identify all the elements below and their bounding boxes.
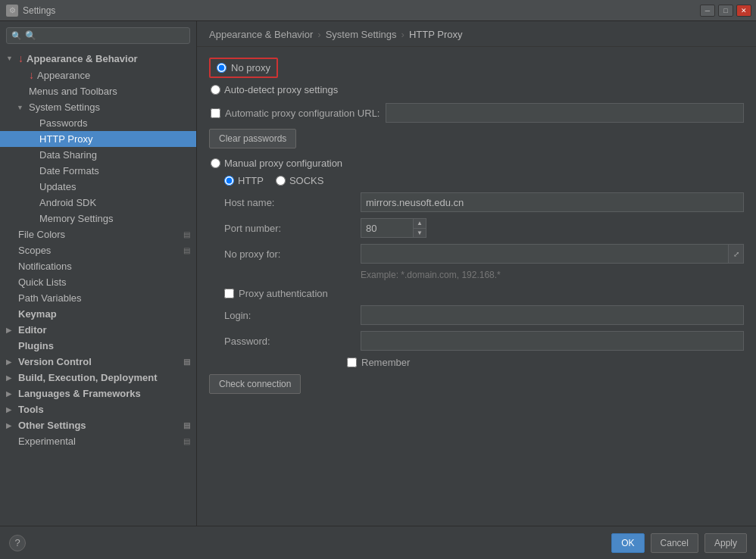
- breadcrumb-part2: System Settings: [326, 29, 397, 40]
- sidebar-item-label: Experimental: [18, 436, 76, 447]
- check-connection-row: Check connection: [209, 374, 744, 394]
- sidebar-item-path-variables[interactable]: Path Variables: [0, 290, 196, 306]
- sidebar-item-android-sdk[interactable]: Android SDK: [0, 195, 196, 211]
- port-up-button[interactable]: ▲: [414, 219, 426, 228]
- protocol-section: HTTP SOCKS Host name: Port: [209, 175, 744, 368]
- sidebar-item-label: Notifications: [18, 261, 72, 272]
- example-text: Example: *.domain.com, 192.168.*: [361, 270, 744, 280]
- port-down-button[interactable]: ▼: [414, 228, 426, 238]
- sidebar-item-label: Data Sharing: [39, 149, 97, 161]
- window-icon: ⚙: [6, 5, 18, 17]
- no-proxy-label[interactable]: No proxy: [231, 62, 270, 73]
- sidebar-item-label: Path Variables: [18, 292, 82, 304]
- sidebar-item-date-formats[interactable]: Date Formats: [0, 163, 196, 179]
- bottom-bar: ? OK Cancel Apply: [0, 526, 756, 559]
- help-button[interactable]: ?: [9, 535, 26, 551]
- sidebar-item-editor[interactable]: ▶ Editor: [0, 322, 196, 338]
- sidebar: 🔍 ▼ ↓ Appearance & Behavior ↓ Appearance: [0, 21, 197, 526]
- search-input[interactable]: [25, 30, 185, 41]
- sidebar-item-system-settings[interactable]: ▼ System Settings: [0, 99, 196, 115]
- breadcrumb-sep-2: ›: [401, 29, 405, 40]
- sidebar-item-other-settings[interactable]: ▶ Other Settings ▤: [0, 417, 196, 433]
- remember-label[interactable]: Remember: [361, 357, 410, 368]
- port-input[interactable]: [361, 218, 414, 238]
- sidebar-item-label: Date Formats: [39, 165, 99, 176]
- sidebar-item-passwords[interactable]: Passwords: [0, 115, 196, 131]
- sidebar-item-plugins[interactable]: Plugins: [0, 338, 196, 354]
- sidebar-item-label: Memory Settings: [39, 213, 114, 224]
- protocol-row: HTTP SOCKS: [224, 175, 744, 186]
- manual-proxy-row: Manual proxy configuration: [211, 158, 744, 169]
- maximize-button[interactable]: □: [718, 5, 733, 17]
- host-name-input[interactable]: [361, 192, 744, 212]
- auto-config-label[interactable]: Automatic proxy configuration URL:: [225, 108, 380, 119]
- http-radio[interactable]: [224, 176, 234, 186]
- sidebar-item-file-colors[interactable]: File Colors ▤: [0, 226, 196, 242]
- sidebar-item-version-control[interactable]: ▶ Version Control ▤: [0, 354, 196, 370]
- http-label[interactable]: HTTP: [238, 175, 264, 186]
- login-input[interactable]: [361, 305, 744, 325]
- sidebar-item-http-proxy[interactable]: HTTP Proxy: [0, 131, 196, 147]
- settings-tag-icon-3: ▤: [183, 358, 190, 366]
- remember-checkbox[interactable]: [347, 358, 357, 367]
- socks-radio[interactable]: [276, 176, 286, 186]
- auto-config-row: Automatic proxy configuration URL:: [211, 103, 744, 123]
- sidebar-item-data-sharing[interactable]: Data Sharing: [0, 147, 196, 163]
- close-button[interactable]: ✕: [736, 5, 751, 17]
- expand-icon-collapsed-2: ▶: [6, 358, 17, 366]
- proxy-auth-label[interactable]: Proxy authentication: [239, 288, 328, 299]
- sidebar-item-notifications[interactable]: Notifications: [0, 258, 196, 274]
- no-proxy-radio[interactable]: [217, 63, 226, 73]
- breadcrumb: Appearance & Behavior › System Settings …: [197, 21, 756, 47]
- ok-button[interactable]: OK: [611, 533, 644, 553]
- sidebar-item-experimental[interactable]: Experimental ▤: [0, 433, 196, 449]
- sidebar-item-label: Build, Execution, Deployment: [18, 372, 157, 383]
- sidebar-item-label: Keymap: [18, 308, 57, 320]
- sidebar-item-tools[interactable]: ▶ Tools: [0, 401, 196, 417]
- sidebar-item-label: Updates: [39, 181, 76, 192]
- apply-button[interactable]: Apply: [704, 533, 747, 553]
- sidebar-item-appearance[interactable]: ↓ Appearance: [0, 67, 196, 83]
- sidebar-item-scopes[interactable]: Scopes ▤: [0, 242, 196, 258]
- no-proxy-for-input[interactable]: [361, 244, 729, 264]
- expand-textarea-button[interactable]: ⤢: [729, 244, 744, 264]
- manual-proxy-radio[interactable]: [211, 158, 220, 168]
- sidebar-item-quick-lists[interactable]: Quick Lists: [0, 274, 196, 290]
- sidebar-item-languages-frameworks[interactable]: ▶ Languages & Frameworks: [0, 386, 196, 401]
- password-input[interactable]: [361, 331, 744, 351]
- auto-detect-label[interactable]: Auto-detect proxy settings: [224, 84, 338, 95]
- sidebar-item-label: File Colors: [18, 229, 65, 240]
- port-spinner: ▲ ▼: [414, 218, 426, 238]
- sidebar-item-build-execution[interactable]: ▶ Build, Execution, Deployment: [0, 370, 196, 386]
- auto-config-input[interactable]: [386, 103, 744, 123]
- search-icon: 🔍: [11, 31, 22, 41]
- check-connection-button[interactable]: Check connection: [209, 374, 301, 394]
- breadcrumb-part3: HTTP Proxy: [409, 29, 463, 40]
- auto-detect-radio[interactable]: [211, 85, 220, 95]
- no-proxy-row: No proxy: [209, 58, 278, 78]
- minimize-button[interactable]: ─: [700, 5, 715, 17]
- socks-label[interactable]: SOCKS: [289, 175, 324, 186]
- auto-config-checkbox[interactable]: [211, 108, 220, 118]
- clear-passwords-button[interactable]: Clear passwords: [209, 129, 296, 148]
- socks-option: SOCKS: [276, 175, 324, 186]
- search-box[interactable]: 🔍: [6, 27, 190, 44]
- sidebar-item-keymap[interactable]: Keymap: [0, 306, 196, 322]
- sidebar-item-memory-settings[interactable]: Memory Settings: [0, 211, 196, 226]
- breadcrumb-part1: Appearance & Behavior: [209, 29, 313, 40]
- sidebar-item-updates[interactable]: Updates: [0, 179, 196, 195]
- clear-passwords-row: Clear passwords: [209, 129, 744, 148]
- proxy-auth-checkbox[interactable]: [224, 289, 234, 298]
- host-name-label: Host name:: [224, 197, 361, 208]
- sidebar-item-label: Tools: [18, 404, 44, 415]
- cancel-button[interactable]: Cancel: [651, 533, 698, 553]
- sidebar-item-menus-toolbars[interactable]: Menus and Toolbars: [0, 83, 196, 99]
- sidebar-item-label: Version Control: [18, 356, 92, 367]
- main-container: 🔍 ▼ ↓ Appearance & Behavior ↓ Appearance: [0, 21, 756, 559]
- login-label: Login:: [224, 310, 361, 321]
- settings-tag-icon-4: ▤: [183, 421, 190, 429]
- manual-proxy-label[interactable]: Manual proxy configuration: [224, 158, 342, 169]
- sidebar-item-appearance-behavior[interactable]: ▼ ↓ Appearance & Behavior: [0, 50, 196, 67]
- breadcrumb-sep-1: ›: [317, 29, 320, 40]
- login-row: Login:: [224, 305, 744, 325]
